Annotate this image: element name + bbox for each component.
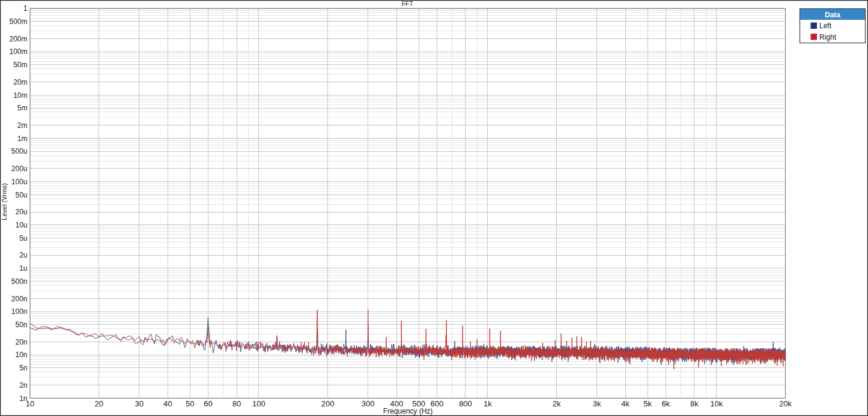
svg-text:50: 50 [186,399,194,408]
svg-text:4k: 4k [621,399,630,408]
svg-text:20u: 20u [15,208,27,216]
svg-text:20m: 20m [13,78,27,86]
svg-text:300: 300 [362,399,375,408]
svg-text:200m: 200m [9,35,27,43]
svg-text:5m: 5m [17,104,28,112]
svg-text:50n: 50n [15,321,27,329]
svg-text:20n: 20n [15,338,27,346]
svg-text:80: 80 [232,399,241,408]
svg-text:10u: 10u [15,221,27,229]
svg-text:20k: 20k [779,399,792,408]
svg-text:10n: 10n [15,351,27,359]
svg-text:100m: 100m [9,47,27,56]
svg-text:1: 1 [23,4,28,13]
svg-text:40: 40 [163,399,172,408]
svg-text:FFT: FFT [401,0,413,7]
svg-text:20: 20 [94,399,103,408]
svg-text:100: 100 [252,399,266,408]
svg-text:Data: Data [825,11,840,19]
svg-text:500m: 500m [9,17,27,26]
svg-text:1u: 1u [19,264,27,273]
svg-text:Frequency (Hz): Frequency (Hz) [383,407,433,415]
svg-text:2u: 2u [19,251,27,259]
svg-text:500n: 500n [11,277,28,286]
svg-text:5u: 5u [19,234,27,243]
svg-text:200u: 200u [11,164,28,173]
svg-text:500u: 500u [11,147,28,155]
svg-text:200: 200 [321,399,335,408]
svg-text:30: 30 [135,399,144,408]
svg-text:2m: 2m [17,121,28,130]
svg-text:100n: 100n [11,307,28,316]
svg-text:6k: 6k [661,399,670,408]
svg-text:1k: 1k [484,399,492,408]
svg-text:50u: 50u [15,191,27,199]
svg-text:3k: 3k [593,399,601,408]
svg-text:8k: 8k [690,399,699,408]
svg-text:50m: 50m [13,61,27,69]
svg-text:Right: Right [819,33,837,41]
svg-text:10m: 10m [13,91,27,100]
svg-text:200n: 200n [11,295,28,303]
svg-text:800: 800 [459,399,472,408]
svg-text:1m: 1m [17,134,28,143]
svg-text:Left: Left [819,22,832,30]
svg-text:5k: 5k [643,399,652,408]
svg-text:100u: 100u [11,178,28,186]
svg-text:10k: 10k [710,399,723,408]
svg-text:2k: 2k [553,399,561,408]
svg-text:5n: 5n [19,364,27,372]
svg-text:10: 10 [26,399,34,408]
svg-text:2n: 2n [19,381,27,390]
svg-text:Level (Vrms): Level (Vrms) [1,183,8,220]
svg-text:60: 60 [204,399,212,408]
